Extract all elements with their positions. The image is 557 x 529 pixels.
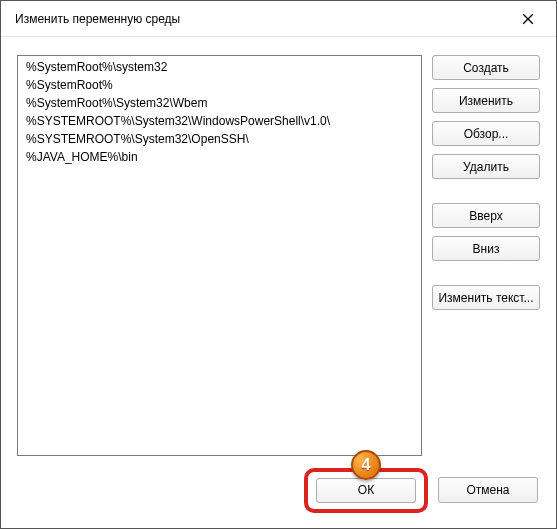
path-listbox[interactable]: %SystemRoot%\system32%SystemRoot%%System…	[17, 55, 422, 456]
cancel-button[interactable]: Отмена	[438, 477, 538, 503]
side-button-column: Создать Изменить Обзор... Удалить Вверх …	[432, 55, 540, 456]
dialog-body: %SystemRoot%\system32%SystemRoot%%System…	[1, 37, 556, 528]
dialog-window: Изменить переменную среды %SystemRoot%\s…	[0, 0, 557, 529]
spacer	[432, 179, 540, 203]
list-item[interactable]: %SystemRoot%\System32\Wbem	[18, 94, 421, 112]
move-up-button[interactable]: Вверх	[432, 203, 540, 228]
move-down-button[interactable]: Вниз	[432, 236, 540, 261]
spacer	[432, 261, 540, 285]
ok-highlight: 4 ОК	[304, 468, 428, 513]
close-button[interactable]	[506, 4, 550, 34]
window-title: Изменить переменную среды	[15, 12, 506, 26]
list-item[interactable]: %SystemRoot%	[18, 76, 421, 94]
list-item[interactable]: %SystemRoot%\system32	[18, 58, 421, 76]
list-item[interactable]: %JAVA_HOME%\bin	[18, 148, 421, 166]
ok-button[interactable]: ОК	[316, 478, 416, 503]
browse-button[interactable]: Обзор...	[432, 121, 540, 146]
titlebar: Изменить переменную среды	[1, 1, 556, 37]
delete-button[interactable]: Удалить	[432, 154, 540, 179]
close-icon	[522, 13, 534, 25]
callout-badge: 4	[351, 450, 381, 480]
edit-text-button[interactable]: Изменить текст...	[432, 285, 540, 310]
dialog-footer: 4 ОК Отмена	[17, 456, 540, 512]
list-item[interactable]: %SYSTEMROOT%\System32\WindowsPowerShell\…	[18, 112, 421, 130]
content-row: %SystemRoot%\system32%SystemRoot%%System…	[17, 55, 540, 456]
create-button[interactable]: Создать	[432, 55, 540, 80]
edit-button[interactable]: Изменить	[432, 88, 540, 113]
list-item[interactable]: %SYSTEMROOT%\System32\OpenSSH\	[18, 130, 421, 148]
